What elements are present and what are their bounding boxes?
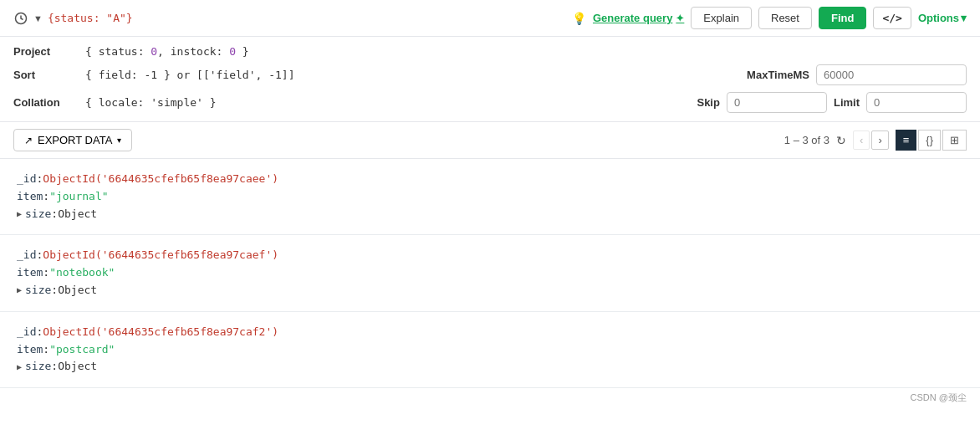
sparkle-icon: ✦ [676, 13, 684, 24]
pagination-area: 1 – 3 of 3 ↻ ‹ › ≡ {} ⊞ [784, 130, 967, 151]
expand-icon[interactable]: ▶ [17, 361, 22, 374]
prev-page-button[interactable]: ‹ [853, 130, 870, 150]
view-buttons: ≡ {} ⊞ [896, 130, 967, 151]
table-row: _id: ObjectId('6644635cfefb65f8ea97caee'… [0, 159, 980, 235]
clock-dropdown[interactable]: ▼ [33, 13, 43, 23]
limit-label: Limit [834, 96, 860, 109]
reset-button[interactable]: Reset [758, 7, 812, 29]
project-value: { status: 0, instock: 0 } [85, 45, 967, 58]
expand-icon[interactable]: ▶ [17, 284, 22, 297]
doc-size-line: ▶ size : Object [17, 358, 963, 376]
watermark: CSDN @颈尘 [0, 388, 980, 407]
skip-input[interactable] [727, 92, 827, 113]
data-toolbar: ↗ EXPORT DATA ▾ 1 – 3 of 3 ↻ ‹ › ≡ {} ⊞ [0, 122, 980, 159]
sort-value: { field: -1 } or [['field', -1]] [85, 69, 733, 81]
code-button[interactable]: </> [873, 7, 911, 29]
doc-item-line: item: "notebook" [17, 264, 963, 282]
fields-area: Project { status: 0, instock: 0 } Sort {… [0, 37, 980, 122]
project-row: Project { status: 0, instock: 0 } [0, 42, 980, 61]
page-nav: ‹ › [853, 130, 889, 150]
lightbulb-icon: 💡 [572, 12, 586, 25]
table-row: _id: ObjectId('6644635cfefb65f8ea97caf2'… [0, 312, 980, 388]
chevron-down-icon: ▾ [961, 12, 967, 24]
collation-value: { locale: 'simple' } [85, 96, 683, 109]
options-label: Options [918, 12, 959, 24]
explain-button[interactable]: Explain [691, 7, 752, 29]
project-label: Project [13, 45, 72, 58]
sort-row: Sort { field: -1 } or [['field', -1]] Ma… [0, 61, 980, 89]
refresh-icon[interactable]: ↻ [836, 134, 846, 147]
top-bar: ▼ {status: "A"} 💡 Generate query ✦ Expla… [0, 0, 980, 37]
export-label: EXPORT DATA [38, 134, 112, 146]
clock-icon [13, 11, 28, 26]
skip-limit-group: Skip Limit [697, 92, 967, 113]
next-page-button[interactable]: › [871, 130, 888, 150]
top-bar-left: ▼ {status: "A"} [13, 11, 562, 26]
maxtimems-label: MaxTimeMS [747, 69, 809, 81]
export-chevron-icon: ▾ [117, 136, 121, 145]
skip-label: Skip [697, 96, 719, 109]
json-view-button[interactable]: {} [918, 130, 941, 151]
export-icon: ↗ [24, 135, 33, 146]
query-text: {status: "A"} [48, 12, 133, 24]
doc-id-line: _id: ObjectId('6644635cfefb65f8ea97caf2'… [17, 324, 963, 341]
maxtimems-input[interactable] [816, 64, 967, 85]
collation-row: Collation { locale: 'simple' } Skip Limi… [0, 89, 980, 116]
doc-id-line: _id: ObjectId('6644635cfefb65f8ea97caef'… [17, 247, 963, 264]
list-view-button[interactable]: ≡ [896, 130, 917, 151]
find-button[interactable]: Find [819, 7, 866, 29]
sort-label: Sort [13, 69, 72, 81]
collation-label: Collation [13, 96, 72, 109]
options-button[interactable]: Options ▾ [918, 12, 967, 24]
generate-query-label: Generate query [593, 12, 672, 24]
doc-item-line: item: "journal" [17, 188, 963, 206]
table-view-button[interactable]: ⊞ [942, 130, 967, 151]
table-row: _id: ObjectId('6644635cfefb65f8ea97caef'… [0, 235, 980, 311]
pagination-text: 1 – 3 of 3 [784, 134, 829, 146]
expand-icon[interactable]: ▶ [17, 207, 22, 221]
doc-size-line: ▶ size : Object [17, 206, 963, 223]
export-data-button[interactable]: ↗ EXPORT DATA ▾ [13, 129, 132, 151]
doc-size-line: ▶ size : Object [17, 282, 963, 299]
doc-id-line: _id: ObjectId('6644635cfefb65f8ea97caee'… [17, 171, 963, 188]
generate-query-button[interactable]: Generate query ✦ [593, 12, 684, 24]
maxtimems-group: MaxTimeMS [747, 64, 967, 85]
document-list: _id: ObjectId('6644635cfefb65f8ea97caee'… [0, 159, 980, 388]
doc-item-line: item: "postcard" [17, 341, 963, 359]
top-bar-right: 💡 Generate query ✦ Explain Reset Find </… [572, 7, 967, 29]
limit-input[interactable] [866, 92, 967, 113]
